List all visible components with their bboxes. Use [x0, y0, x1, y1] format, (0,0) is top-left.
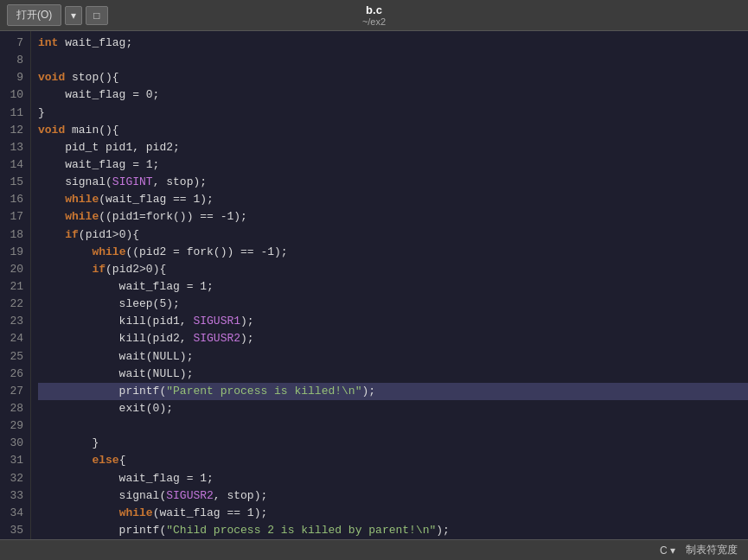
table-row: printf("Child process 2 is killed by par… — [38, 522, 748, 539]
table-row: void stop(){ — [38, 69, 748, 86]
line-number: 27 — [3, 383, 23, 400]
line-number: 32 — [3, 470, 23, 487]
table-row: signal(SIGUSR2, stop); — [38, 487, 748, 505]
table-row: while(wait_flag == 1); — [38, 191, 748, 208]
line-number: 11 — [3, 105, 23, 122]
open-button[interactable]: 打开(O) — [7, 4, 61, 26]
code-container: 7891011121314151617181920212223242526272… — [0, 31, 748, 539]
line-number: 19 — [3, 244, 23, 261]
table-row: kill(pid1, SIGUSR1); — [38, 313, 748, 330]
table-row — [38, 52, 748, 69]
table-row: wait_flag = 1; — [38, 470, 748, 487]
file-path: ~/ex2 — [362, 16, 386, 27]
table-row: void main(){ — [38, 122, 748, 139]
titlebar-left: 打开(O) ▾ □ — [7, 4, 108, 26]
code-editor[interactable]: 7891011121314151617181920212223242526272… — [0, 31, 748, 539]
line-number: 15 — [3, 174, 23, 191]
table-row: pid_t pid1, pid2; — [38, 139, 748, 156]
table-row: sleep(5); — [38, 296, 748, 313]
titlebar: 打开(O) ▾ □ b.c ~/ex2 — [0, 0, 748, 31]
table-row: wait_flag = 1; — [38, 156, 748, 174]
line-number: 13 — [3, 139, 23, 156]
table-row: wait(NULL); — [38, 366, 748, 383]
line-number: 21 — [3, 278, 23, 296]
table-row: if(pid1>0){ — [38, 226, 748, 244]
line-number: 33 — [3, 487, 23, 505]
line-number: 9 — [3, 69, 23, 86]
line-numbers: 7891011121314151617181920212223242526272… — [0, 31, 31, 539]
line-number: 17 — [3, 208, 23, 226]
table-row: else{ — [38, 452, 748, 469]
line-number: 28 — [3, 400, 23, 417]
line-number: 22 — [3, 296, 23, 313]
line-number: 20 — [3, 261, 23, 278]
table-row: if(pid2>0){ — [38, 261, 748, 278]
line-number: 24 — [3, 330, 23, 347]
table-row: signal(SIGINT, stop); — [38, 174, 748, 191]
line-number: 14 — [3, 156, 23, 174]
language-indicator[interactable]: C ▾ — [660, 544, 675, 557]
table-row: while(wait_flag == 1); — [38, 505, 748, 522]
code-content[interactable]: int wait_flag; void stop(){ wait_flag = … — [31, 31, 748, 539]
line-number: 26 — [3, 366, 23, 383]
statusbar: C ▾ 制表符宽度 — [0, 539, 748, 560]
line-number: 23 — [3, 313, 23, 330]
table-row: wait_flag = 1; — [38, 278, 748, 296]
table-row: int wait_flag; — [38, 35, 748, 52]
line-number: 16 — [3, 191, 23, 208]
line-number: 30 — [3, 435, 23, 452]
table-row: while((pid2 = fork()) == -1); — [38, 244, 748, 261]
restore-button[interactable]: □ — [86, 6, 107, 25]
table-row: while((pid1=fork()) == -1); — [38, 208, 748, 226]
table-row: kill(pid2, SIGUSR2); — [38, 330, 748, 347]
line-number: 25 — [3, 348, 23, 366]
table-row: printf("Parent process is killed!\n"); — [38, 383, 748, 400]
line-number: 18 — [3, 226, 23, 244]
file-name: b.c — [362, 3, 386, 16]
line-number: 10 — [3, 86, 23, 104]
line-number: 7 — [3, 35, 23, 52]
table-row: } — [38, 435, 748, 452]
table-row: wait(NULL); — [38, 348, 748, 366]
line-number: 12 — [3, 122, 23, 139]
table-row: wait_flag = 0; — [38, 86, 748, 104]
line-number: 35 — [3, 522, 23, 539]
table-row: } — [38, 105, 748, 122]
table-row: exit(0); — [38, 400, 748, 417]
title-area: b.c ~/ex2 — [362, 3, 386, 27]
tab-width-label[interactable]: 制表符宽度 — [686, 543, 738, 557]
line-number: 34 — [3, 505, 23, 522]
line-number: 29 — [3, 417, 23, 435]
open-dropdown-button[interactable]: ▾ — [65, 6, 82, 25]
line-number: 31 — [3, 452, 23, 469]
line-number: 8 — [3, 52, 23, 69]
table-row — [38, 417, 748, 435]
